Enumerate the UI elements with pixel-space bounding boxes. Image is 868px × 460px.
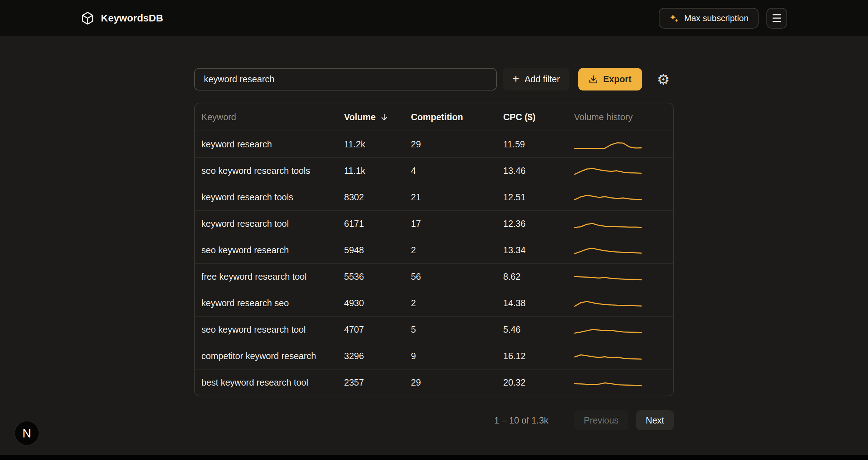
sparkline-chart: [574, 217, 642, 230]
next-page-button[interactable]: Next: [636, 410, 674, 430]
cell-volume: 11.2k: [344, 131, 411, 157]
bottom-strip: [0, 455, 868, 460]
sparkline-chart: [574, 191, 642, 204]
cell-keyword: keyword research tool: [195, 210, 344, 237]
sparkline-chart: [574, 376, 642, 389]
table-row[interactable]: best keyword research tool 2357 29 20.32: [195, 369, 673, 396]
cell-keyword: seo keyword research tool: [195, 316, 344, 343]
cell-volume: 4707: [344, 316, 411, 343]
cell-volume-history: [574, 237, 673, 263]
cell-volume-history: [574, 369, 673, 396]
add-filter-button[interactable]: + Add filter: [503, 68, 569, 90]
cell-cpc: 16.12: [503, 343, 574, 369]
table-body: keyword research 11.2k 29 11.59 seo keyw…: [195, 131, 673, 396]
export-label: Export: [603, 74, 631, 84]
settings-button[interactable]: ⚙: [653, 69, 674, 90]
cell-competition: 21: [411, 184, 503, 210]
cell-competition: 17: [411, 210, 503, 237]
table-header: Keyword Volume Competition: [195, 103, 673, 131]
cell-keyword: seo keyword research: [195, 237, 344, 263]
keyword-search-input[interactable]: [194, 68, 497, 90]
cell-volume-history: [574, 131, 673, 157]
cell-keyword: free keyword research tool: [195, 263, 344, 290]
column-header-keyword[interactable]: Keyword: [195, 103, 344, 131]
cell-volume-history: [574, 157, 673, 184]
cell-volume: 5536: [344, 263, 411, 290]
cell-cpc: 12.51: [503, 184, 574, 210]
sparkline-chart: [574, 164, 642, 177]
column-header-cpc[interactable]: CPC ($): [503, 103, 574, 131]
table-row[interactable]: seo keyword research tool 4707 5 5.46: [195, 316, 673, 343]
cell-cpc: 12.36: [503, 210, 574, 237]
cell-volume-history: [574, 343, 673, 369]
cell-volume: 3296: [344, 343, 411, 369]
export-button[interactable]: Export: [578, 68, 642, 90]
table-row[interactable]: keyword research seo 4930 2 14.38: [195, 290, 673, 316]
cell-competition: 5: [411, 316, 503, 343]
table-row[interactable]: seo keyword research 5948 2 13.34: [195, 237, 673, 263]
previous-page-button[interactable]: Previous: [574, 410, 628, 430]
cell-volume-history: [574, 263, 673, 290]
cell-cpc: 13.34: [503, 237, 574, 263]
column-header-competition[interactable]: Competition: [411, 103, 503, 131]
top-bar: KeywordsDB Max subscription: [0, 0, 868, 36]
table-row[interactable]: free keyword research tool 5536 56 8.62: [195, 263, 673, 290]
pagination-range-label: 1 – 10 of 1.3k: [494, 415, 549, 426]
hamburger-icon: [773, 14, 781, 15]
table-row[interactable]: competitor keyword research 3296 9 16.12: [195, 343, 673, 369]
cell-keyword: competitor keyword research: [195, 343, 344, 369]
n-logo-badge[interactable]: N: [14, 421, 39, 446]
cell-volume-history: [574, 290, 673, 316]
cell-volume: 5948: [344, 237, 411, 263]
cell-keyword: keyword research tools: [195, 184, 344, 210]
main-content: + Add filter Export ⚙ Keyword Vol: [194, 68, 674, 430]
cell-competition: 2: [411, 290, 503, 316]
column-header-volume[interactable]: Volume: [344, 103, 411, 131]
cell-keyword: keyword research: [195, 131, 344, 157]
max-subscription-label: Max subscription: [684, 13, 749, 23]
cell-cpc: 14.38: [503, 290, 574, 316]
cell-competition: 29: [411, 369, 503, 396]
table-row[interactable]: keyword research 11.2k 29 11.59: [195, 131, 673, 157]
cell-cpc: 13.46: [503, 157, 574, 184]
sparkline-chart: [574, 138, 642, 151]
brand: KeywordsDB: [81, 11, 163, 25]
keywords-table: Keyword Volume Competition: [194, 103, 674, 396]
table-row[interactable]: seo keyword research tools 11.1k 4 13.46: [195, 157, 673, 184]
cell-volume-history: [574, 316, 673, 343]
max-subscription-button[interactable]: Max subscription: [659, 8, 759, 29]
cell-volume: 2357: [344, 369, 411, 396]
cell-volume-history: [574, 184, 673, 210]
cell-volume: 6171: [344, 210, 411, 237]
sparkline-chart: [574, 297, 642, 309]
table-row[interactable]: keyword research tools 8302 21 12.51: [195, 184, 673, 210]
cell-competition: 9: [411, 343, 503, 369]
cell-volume: 11.1k: [344, 157, 411, 184]
cell-cpc: 5.46: [503, 316, 574, 343]
pagination: 1 – 10 of 1.3k Previous Next: [194, 410, 674, 430]
cell-cpc: 8.62: [503, 263, 574, 290]
brand-title: KeywordsDB: [101, 13, 163, 24]
top-bar-actions: Max subscription: [659, 8, 787, 29]
cell-keyword: keyword research seo: [195, 290, 344, 316]
cell-keyword: best keyword research tool: [195, 369, 344, 396]
sparkline-chart: [574, 349, 642, 362]
plus-icon: +: [513, 73, 519, 84]
cell-competition: 2: [411, 237, 503, 263]
toolbar: + Add filter Export ⚙: [194, 68, 674, 90]
cell-cpc: 20.32: [503, 369, 574, 396]
sparkline-chart: [574, 244, 642, 256]
box-logo-icon: [81, 11, 94, 25]
menu-button[interactable]: [766, 8, 787, 29]
sparkle-icon: [669, 13, 679, 23]
table-row[interactable]: keyword research tool 6171 17 12.36: [195, 210, 673, 237]
cell-volume: 8302: [344, 184, 411, 210]
download-icon: [589, 75, 598, 84]
cell-volume: 4930: [344, 290, 411, 316]
cell-competition: 4: [411, 157, 503, 184]
column-header-volume-history[interactable]: Volume history: [574, 103, 673, 131]
gear-icon: ⚙: [657, 71, 670, 88]
cell-cpc: 11.59: [503, 131, 574, 157]
sparkline-chart: [574, 323, 642, 336]
sort-desc-icon[interactable]: [380, 113, 388, 121]
